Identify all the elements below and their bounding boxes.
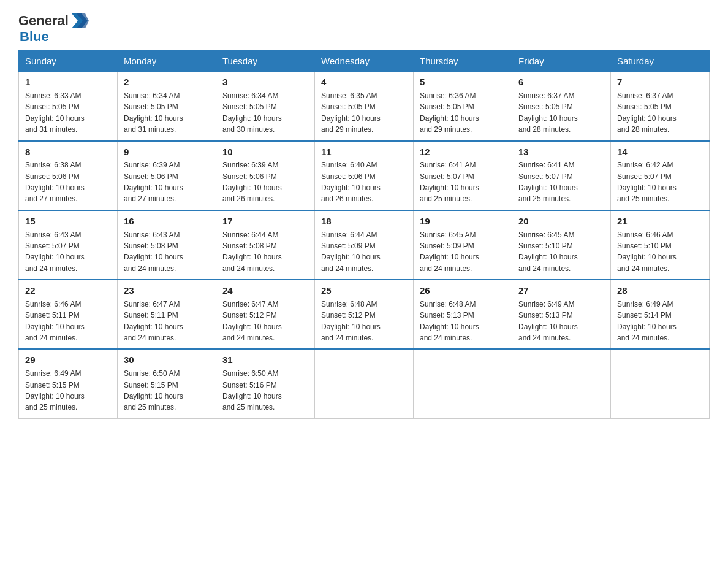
- calendar-cell: 1 Sunrise: 6:33 AMSunset: 5:05 PMDayligh…: [19, 72, 118, 141]
- calendar-cell: 18 Sunrise: 6:44 AMSunset: 5:09 PMDaylig…: [315, 210, 414, 280]
- day-number: 10: [222, 145, 308, 159]
- calendar-cell: 20 Sunrise: 6:45 AMSunset: 5:10 PMDaylig…: [512, 210, 611, 280]
- day-number: 3: [222, 75, 308, 89]
- day-number: 18: [321, 215, 407, 228]
- day-number: 28: [617, 284, 703, 297]
- day-info: Sunrise: 6:47 AMSunset: 5:11 PMDaylight:…: [124, 300, 183, 342]
- calendar-cell: [512, 349, 611, 418]
- calendar-cell: 5 Sunrise: 6:36 AMSunset: 5:05 PMDayligh…: [414, 72, 512, 141]
- day-info: Sunrise: 6:48 AMSunset: 5:12 PMDaylight:…: [321, 300, 381, 342]
- day-number: 17: [222, 215, 308, 228]
- day-number: 5: [420, 75, 506, 89]
- logo: General Blue: [18, 12, 89, 44]
- day-number: 19: [420, 215, 506, 228]
- weekday-header-monday: Monday: [118, 51, 216, 72]
- calendar-cell: 24 Sunrise: 6:47 AMSunset: 5:12 PMDaylig…: [216, 280, 315, 349]
- calendar-cell: [611, 349, 710, 418]
- day-info: Sunrise: 6:36 AMSunset: 5:05 PMDaylight:…: [420, 91, 479, 134]
- day-info: Sunrise: 6:40 AMSunset: 5:06 PMDaylight:…: [321, 161, 381, 203]
- day-info: Sunrise: 6:43 AMSunset: 5:08 PMDaylight:…: [124, 231, 183, 273]
- day-info: Sunrise: 6:35 AMSunset: 5:05 PMDaylight:…: [321, 91, 381, 134]
- calendar-cell: 14 Sunrise: 6:42 AMSunset: 5:07 PMDaylig…: [611, 141, 710, 210]
- day-info: Sunrise: 6:41 AMSunset: 5:07 PMDaylight:…: [420, 161, 479, 203]
- calendar-cell: 22 Sunrise: 6:46 AMSunset: 5:11 PMDaylig…: [19, 280, 118, 349]
- day-number: 29: [25, 353, 111, 367]
- week-row-1: 1 Sunrise: 6:33 AMSunset: 5:05 PMDayligh…: [19, 72, 710, 141]
- day-info: Sunrise: 6:46 AMSunset: 5:10 PMDaylight:…: [617, 231, 677, 273]
- day-info: Sunrise: 6:49 AMSunset: 5:14 PMDaylight:…: [617, 300, 677, 342]
- calendar-cell: 26 Sunrise: 6:48 AMSunset: 5:13 PMDaylig…: [414, 280, 512, 349]
- calendar-cell: 12 Sunrise: 6:41 AMSunset: 5:07 PMDaylig…: [414, 141, 512, 210]
- day-info: Sunrise: 6:45 AMSunset: 5:10 PMDaylight:…: [518, 231, 578, 273]
- day-number: 24: [222, 284, 308, 297]
- day-info: Sunrise: 6:38 AMSunset: 5:06 PMDaylight:…: [25, 161, 85, 203]
- week-row-2: 8 Sunrise: 6:38 AMSunset: 5:06 PMDayligh…: [19, 141, 710, 210]
- day-number: 2: [124, 75, 210, 89]
- day-number: 1: [25, 75, 111, 89]
- day-info: Sunrise: 6:50 AMSunset: 5:15 PMDaylight:…: [124, 369, 183, 412]
- weekday-header-thursday: Thursday: [414, 51, 512, 72]
- calendar-cell: 17 Sunrise: 6:44 AMSunset: 5:08 PMDaylig…: [216, 210, 315, 280]
- calendar-cell: 3 Sunrise: 6:34 AMSunset: 5:05 PMDayligh…: [216, 72, 315, 141]
- day-info: Sunrise: 6:34 AMSunset: 5:05 PMDaylight:…: [124, 91, 183, 134]
- day-info: Sunrise: 6:46 AMSunset: 5:11 PMDaylight:…: [25, 300, 85, 342]
- day-number: 31: [222, 353, 308, 367]
- day-info: Sunrise: 6:49 AMSunset: 5:15 PMDaylight:…: [25, 369, 85, 412]
- calendar-cell: 9 Sunrise: 6:39 AMSunset: 5:06 PMDayligh…: [118, 141, 216, 210]
- day-info: Sunrise: 6:44 AMSunset: 5:09 PMDaylight:…: [321, 231, 381, 273]
- calendar-cell: 27 Sunrise: 6:49 AMSunset: 5:13 PMDaylig…: [512, 280, 611, 349]
- day-info: Sunrise: 6:47 AMSunset: 5:12 PMDaylight:…: [222, 300, 282, 342]
- day-info: Sunrise: 6:39 AMSunset: 5:06 PMDaylight:…: [222, 161, 282, 203]
- calendar-cell: 25 Sunrise: 6:48 AMSunset: 5:12 PMDaylig…: [315, 280, 414, 349]
- week-row-4: 22 Sunrise: 6:46 AMSunset: 5:11 PMDaylig…: [19, 280, 710, 349]
- day-info: Sunrise: 6:41 AMSunset: 5:07 PMDaylight:…: [518, 161, 578, 203]
- logo-arrow-icon: [70, 12, 89, 29]
- day-info: Sunrise: 6:45 AMSunset: 5:09 PMDaylight:…: [420, 231, 479, 273]
- weekday-header-friday: Friday: [512, 51, 611, 72]
- day-number: 15: [25, 215, 111, 228]
- day-info: Sunrise: 6:50 AMSunset: 5:16 PMDaylight:…: [222, 369, 282, 412]
- calendar-cell: 4 Sunrise: 6:35 AMSunset: 5:05 PMDayligh…: [315, 72, 414, 141]
- calendar-cell: 19 Sunrise: 6:45 AMSunset: 5:09 PMDaylig…: [414, 210, 512, 280]
- day-number: 27: [518, 284, 604, 297]
- day-number: 25: [321, 284, 407, 297]
- day-info: Sunrise: 6:37 AMSunset: 5:05 PMDaylight:…: [617, 91, 677, 134]
- day-info: Sunrise: 6:33 AMSunset: 5:05 PMDaylight:…: [25, 91, 85, 134]
- weekday-header-wednesday: Wednesday: [315, 51, 414, 72]
- day-info: Sunrise: 6:39 AMSunset: 5:06 PMDaylight:…: [124, 161, 183, 203]
- calendar-cell: [414, 349, 512, 418]
- day-info: Sunrise: 6:49 AMSunset: 5:13 PMDaylight:…: [518, 300, 578, 342]
- day-info: Sunrise: 6:42 AMSunset: 5:07 PMDaylight:…: [617, 161, 677, 203]
- calendar-cell: 23 Sunrise: 6:47 AMSunset: 5:11 PMDaylig…: [118, 280, 216, 349]
- calendar-cell: 7 Sunrise: 6:37 AMSunset: 5:05 PMDayligh…: [611, 72, 710, 141]
- calendar-cell: 21 Sunrise: 6:46 AMSunset: 5:10 PMDaylig…: [611, 210, 710, 280]
- calendar-cell: 15 Sunrise: 6:43 AMSunset: 5:07 PMDaylig…: [19, 210, 118, 280]
- calendar-cell: 28 Sunrise: 6:49 AMSunset: 5:14 PMDaylig…: [611, 280, 710, 349]
- week-row-3: 15 Sunrise: 6:43 AMSunset: 5:07 PMDaylig…: [19, 210, 710, 280]
- weekday-header-row: SundayMondayTuesdayWednesdayThursdayFrid…: [19, 51, 710, 72]
- calendar-cell: 11 Sunrise: 6:40 AMSunset: 5:06 PMDaylig…: [315, 141, 414, 210]
- calendar-cell: 30 Sunrise: 6:50 AMSunset: 5:15 PMDaylig…: [118, 349, 216, 418]
- logo-blue-text: Blue: [20, 29, 89, 44]
- day-number: 12: [420, 145, 506, 159]
- day-number: 11: [321, 145, 407, 159]
- day-info: Sunrise: 6:34 AMSunset: 5:05 PMDaylight:…: [222, 91, 282, 134]
- weekday-header-tuesday: Tuesday: [216, 51, 315, 72]
- weekday-header-sunday: Sunday: [19, 51, 118, 72]
- calendar-cell: [315, 349, 414, 418]
- day-info: Sunrise: 6:37 AMSunset: 5:05 PMDaylight:…: [518, 91, 578, 134]
- day-number: 9: [124, 145, 210, 159]
- week-row-5: 29 Sunrise: 6:49 AMSunset: 5:15 PMDaylig…: [19, 349, 710, 418]
- day-number: 7: [617, 75, 703, 89]
- day-number: 20: [518, 215, 604, 228]
- calendar-cell: 8 Sunrise: 6:38 AMSunset: 5:06 PMDayligh…: [19, 141, 118, 210]
- day-number: 6: [518, 75, 604, 89]
- day-number: 13: [518, 145, 604, 159]
- day-number: 14: [617, 145, 703, 159]
- day-number: 26: [420, 284, 506, 297]
- logo-general-text: General: [18, 13, 69, 28]
- day-number: 4: [321, 75, 407, 89]
- calendar-cell: 16 Sunrise: 6:43 AMSunset: 5:08 PMDaylig…: [118, 210, 216, 280]
- day-number: 23: [124, 284, 210, 297]
- calendar-cell: 10 Sunrise: 6:39 AMSunset: 5:06 PMDaylig…: [216, 141, 315, 210]
